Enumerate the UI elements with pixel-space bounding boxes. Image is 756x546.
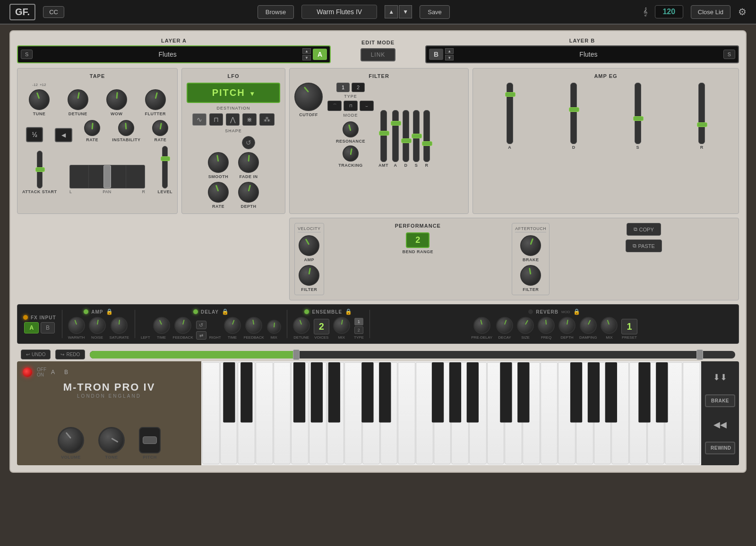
black-key-ab3[interactable]: [588, 362, 600, 423]
perf-filter-knob[interactable]: [520, 265, 541, 286]
cutoff-knob[interactable]: [294, 83, 323, 111]
rev-decay-knob[interactable]: [496, 317, 513, 334]
black-key-ab2[interactable]: [449, 362, 461, 423]
cc-button[interactable]: CC: [43, 6, 64, 18]
layer-b-up-arrow[interactable]: ▲: [445, 48, 454, 54]
redo-button[interactable]: ↪ REDO: [55, 350, 85, 359]
detune-knob[interactable]: [68, 89, 88, 110]
layer-a-up-arrow[interactable]: ▲: [302, 48, 311, 54]
tracking-knob[interactable]: [343, 145, 359, 162]
shape-saw-btn[interactable]: ⋀: [226, 113, 240, 126]
shape-random-btn[interactable]: ⁂: [259, 113, 275, 126]
layer-a-down-arrow[interactable]: ▼: [302, 55, 311, 60]
black-key-ab1[interactable]: [311, 362, 323, 423]
close-lid-button[interactable]: Close Lid: [691, 5, 730, 19]
browse-button[interactable]: Browse: [258, 5, 294, 19]
progress-thumb-left[interactable]: [293, 350, 300, 360]
layer-a-solo-button[interactable]: S: [21, 50, 33, 59]
filter-type-2-btn[interactable]: 2: [352, 83, 365, 92]
lfo-smooth-knob[interactable]: [208, 152, 229, 173]
black-key-cs4[interactable]: [638, 362, 650, 423]
wow-rate-knob[interactable]: [84, 120, 100, 136]
lfo-rate-knob[interactable]: [208, 182, 229, 203]
delay-link-btn[interactable]: ⇄: [196, 331, 206, 340]
black-key-fs1[interactable]: [293, 362, 305, 423]
instability-knob[interactable]: [118, 120, 134, 136]
shape-sine-btn[interactable]: ∿: [192, 113, 206, 126]
wow-knob[interactable]: [106, 89, 127, 110]
ens-type-1-btn[interactable]: 1: [354, 318, 363, 325]
bpm-display[interactable]: 120: [655, 5, 683, 18]
rev-damping-knob[interactable]: [580, 317, 597, 334]
black-key-eb2[interactable]: [379, 362, 391, 423]
ens-detune-knob[interactable]: [293, 317, 310, 334]
flutter-knob[interactable]: [145, 89, 166, 110]
rev-freq-knob[interactable]: [538, 317, 555, 334]
black-key-bb2[interactable]: [467, 362, 479, 423]
amp-d-slider[interactable]: [570, 83, 577, 144]
black-key-cs2[interactable]: [361, 362, 373, 423]
rev-size-knob[interactable]: [517, 317, 534, 334]
delay-mix-knob[interactable]: [267, 320, 281, 334]
black-key-eb4[interactable]: [656, 362, 668, 423]
delay-right-feedback-knob[interactable]: [245, 317, 262, 334]
lfo-depth-knob[interactable]: [238, 182, 259, 203]
brake-knob[interactable]: [520, 235, 541, 256]
settings-icon[interactable]: ⚙: [738, 6, 747, 17]
layer-b-down-arrow[interactable]: ▼: [445, 55, 454, 60]
black-key-fs2[interactable]: [432, 362, 444, 423]
black-key-eb3[interactable]: [517, 362, 529, 423]
warmth-knob[interactable]: [68, 317, 85, 334]
fx-a-button[interactable]: A: [24, 322, 39, 333]
vel-filter-knob[interactable]: [299, 265, 319, 286]
delay-left-feedback-knob[interactable]: [174, 317, 191, 334]
half-speed-button[interactable]: ½: [26, 127, 43, 142]
tone-knob[interactable]: [98, 427, 125, 453]
power-led[interactable]: [23, 367, 32, 377]
rev-mix-knob[interactable]: [601, 317, 618, 334]
filter-s-slider[interactable]: [413, 110, 420, 162]
rewind-side-button[interactable]: REWIND: [705, 442, 735, 454]
volume-knob[interactable]: [58, 427, 84, 453]
black-key-eb1[interactable]: [241, 362, 252, 423]
rev-depth-knob[interactable]: [558, 317, 576, 334]
preset-prev-arrow[interactable]: ▲: [385, 5, 398, 18]
undo-button[interactable]: ↩ UNDO: [21, 350, 51, 359]
paste-button[interactable]: ⧉ PASTE: [626, 239, 662, 252]
attack-start-slider[interactable]: [37, 151, 43, 188]
transport-progress-bar[interactable]: [90, 351, 735, 358]
copy-button[interactable]: ⧉ COPY: [627, 223, 661, 236]
level-slider[interactable]: [162, 146, 168, 188]
lfo-sync-icon[interactable]: ↺: [242, 136, 255, 149]
ens-type-2-btn[interactable]: 2: [354, 326, 363, 334]
vel-amp-knob[interactable]: [299, 235, 319, 256]
save-button[interactable]: Save: [420, 5, 450, 19]
resonance-knob[interactable]: [343, 121, 359, 137]
filter-mode-hp-btn[interactable]: ⌣: [360, 101, 374, 111]
amp-a-slider[interactable]: [507, 83, 513, 144]
black-key-bb1[interactable]: [328, 362, 340, 423]
preset-next-arrow[interactable]: ▼: [399, 5, 412, 18]
lfo-fadein-knob[interactable]: [238, 152, 259, 173]
filter-r-slider[interactable]: [423, 110, 430, 162]
reverse-button[interactable]: ◀: [55, 128, 72, 142]
lfo-destination-display[interactable]: PITCH ▾: [187, 83, 280, 103]
black-key-bb3[interactable]: [605, 362, 617, 423]
black-key-cs1[interactable]: [223, 362, 235, 423]
filter-d-slider[interactable]: [403, 110, 409, 162]
pan-area[interactable]: [69, 165, 145, 188]
ens-mix-knob[interactable]: [333, 317, 350, 334]
amp-s-slider[interactable]: [635, 83, 641, 144]
filter-mode-bp-btn[interactable]: ⊓: [344, 101, 358, 111]
pitch-strip[interactable]: [139, 427, 161, 453]
flutter-rate-knob[interactable]: [152, 120, 168, 136]
black-key-fs3[interactable]: [570, 362, 582, 423]
black-key-cs3[interactable]: [500, 362, 512, 423]
delay-left-time-knob[interactable]: [153, 317, 170, 334]
saturate-knob[interactable]: [111, 317, 128, 334]
amp-r-slider[interactable]: [698, 83, 705, 144]
shape-square-btn[interactable]: ⊓: [209, 113, 223, 126]
noise-knob[interactable]: [89, 317, 106, 334]
filter-a-slider[interactable]: [392, 110, 399, 162]
link-button[interactable]: LINK: [361, 48, 396, 61]
